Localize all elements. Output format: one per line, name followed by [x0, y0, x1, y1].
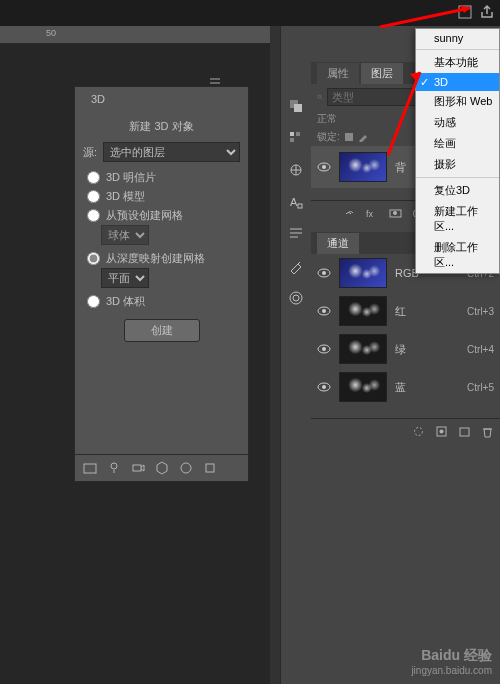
svg-point-24 [393, 211, 397, 215]
source-dropdown[interactable]: 选中的图层 [103, 142, 240, 162]
swatches-icon[interactable] [288, 130, 304, 146]
light-icon[interactable] [107, 461, 121, 475]
svg-point-35 [415, 428, 423, 436]
svg-point-30 [322, 309, 326, 313]
svg-point-34 [322, 385, 326, 389]
radio-volume[interactable] [87, 295, 100, 308]
character-icon[interactable]: A [288, 194, 304, 210]
svg-point-16 [318, 95, 321, 98]
link-icon[interactable] [343, 207, 356, 220]
svg-point-14 [290, 292, 302, 304]
visibility-icon[interactable] [317, 304, 331, 318]
scene-icon[interactable] [83, 461, 97, 475]
svg-rect-19 [345, 133, 353, 141]
channel-thumbnail [339, 258, 387, 288]
load-selection-icon[interactable] [412, 425, 425, 438]
svg-point-15 [293, 295, 299, 301]
lock-brush-icon[interactable] [358, 132, 368, 142]
channel-name: 蓝 [395, 380, 406, 395]
channel-thumbnail [339, 334, 387, 364]
tools-icon[interactable] [288, 258, 304, 274]
svg-rect-10 [290, 138, 294, 142]
radio-postcard[interactable] [87, 171, 100, 184]
visibility-icon[interactable] [317, 380, 331, 394]
vertical-toolbar: A [281, 92, 311, 306]
save-selection-icon[interactable] [435, 425, 448, 438]
svg-rect-3 [133, 465, 141, 471]
fx-icon[interactable]: fx [366, 207, 379, 220]
blend-mode-dropdown[interactable]: 正常 [317, 113, 337, 124]
menu-separator [416, 177, 499, 178]
visibility-icon[interactable] [317, 342, 331, 356]
svg-rect-7 [294, 104, 302, 112]
color-icon[interactable] [288, 98, 304, 114]
tab-channels[interactable]: 通道 [317, 233, 359, 254]
adjustments-icon[interactable] [288, 162, 304, 178]
depth-dropdown[interactable]: 平面 [101, 268, 149, 288]
search-icon [317, 91, 323, 103]
svg-point-32 [322, 347, 326, 351]
channel-shortcut: Ctrl+4 [467, 344, 494, 355]
svg-text:fx: fx [366, 209, 374, 219]
annotation-arrow-1 [375, 2, 485, 32]
channel-row[interactable]: 红 Ctrl+3 [311, 292, 500, 330]
panel-footer-icons [75, 454, 248, 481]
channel-row[interactable]: 绿 Ctrl+4 [311, 330, 500, 368]
workspace-menu-item[interactable]: 新建工作区... [416, 201, 499, 237]
create-button[interactable]: 创建 [124, 319, 200, 342]
annotation-arrow-2 [380, 60, 430, 160]
channel-row[interactable]: 蓝 Ctrl+5 [311, 368, 500, 406]
channel-shortcut: Ctrl+5 [467, 382, 494, 393]
visibility-icon[interactable] [317, 266, 331, 280]
radio-preset-mesh[interactable] [87, 209, 100, 222]
new-channel-icon[interactable] [458, 425, 471, 438]
delete-channel-icon[interactable] [481, 425, 494, 438]
camera-icon[interactable] [131, 461, 145, 475]
channel-name: 绿 [395, 342, 406, 357]
svg-rect-13 [298, 204, 302, 208]
svg-point-28 [322, 271, 326, 275]
paragraph-icon[interactable] [288, 226, 304, 242]
svg-point-37 [440, 430, 444, 434]
ruler: 50 [0, 26, 270, 44]
menu-separator [416, 49, 499, 50]
visibility-icon[interactable] [317, 160, 331, 174]
cc-icon[interactable] [288, 290, 304, 306]
svg-text:A: A [290, 196, 298, 208]
workspace-menu-item[interactable]: 复位3D [416, 180, 499, 201]
render-icon[interactable] [203, 461, 217, 475]
channel-thumbnail [339, 372, 387, 402]
source-label: 源: [83, 145, 97, 160]
channel-name: 红 [395, 304, 406, 319]
three-d-panel: 3D 新建 3D 对象 源: 选中的图层 3D 明信片 3D 模型 从预设创建网… [74, 86, 249, 482]
lock-label: 锁定: [317, 130, 340, 144]
svg-point-2 [111, 463, 117, 469]
channel-shortcut: Ctrl+3 [467, 306, 494, 317]
svg-rect-38 [460, 428, 469, 436]
svg-point-21 [322, 165, 326, 169]
watermark: Baidu 经验 jingyan.baidu.com [411, 647, 492, 676]
svg-rect-9 [296, 132, 300, 136]
channel-thumbnail [339, 296, 387, 326]
svg-rect-1 [84, 464, 96, 473]
layer-name: 背 [395, 160, 406, 175]
svg-rect-5 [206, 464, 214, 472]
workspace-menu-item[interactable]: 删除工作区... [416, 237, 499, 273]
mesh-icon[interactable] [155, 461, 169, 475]
mask-icon[interactable] [389, 207, 402, 220]
svg-rect-8 [290, 132, 294, 136]
preset-dropdown[interactable]: 球体 [101, 225, 149, 245]
radio-depth-mesh[interactable] [87, 252, 100, 265]
svg-point-4 [181, 463, 191, 473]
tab-properties[interactable]: 属性 [317, 63, 359, 84]
radio-model[interactable] [87, 190, 100, 203]
three-d-tab[interactable]: 3D [83, 91, 113, 107]
section-title: 新建 3D 对象 [83, 119, 240, 134]
material-icon[interactable] [179, 461, 193, 475]
lock-pixels-icon[interactable] [344, 132, 354, 142]
